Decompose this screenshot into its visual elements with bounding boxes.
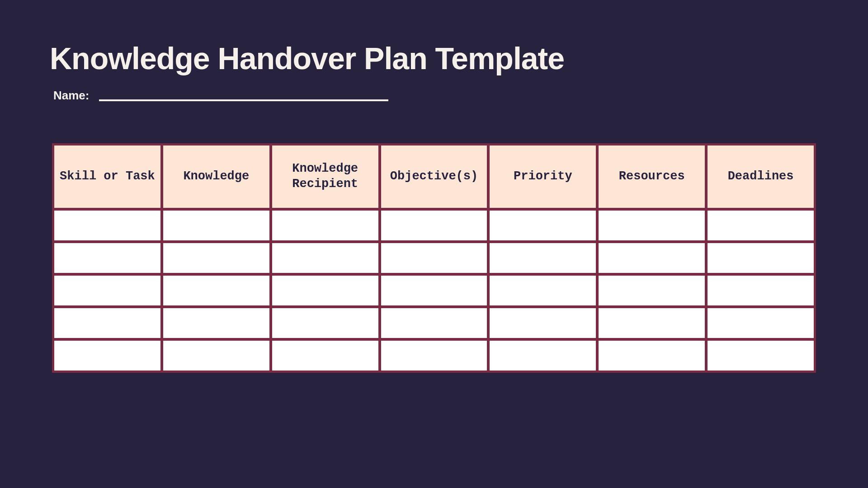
cell[interactable] [53,274,162,307]
cell[interactable] [271,209,380,242]
name-input-line[interactable] [99,99,388,101]
cell[interactable] [162,339,271,372]
cell[interactable] [271,242,380,274]
cell[interactable] [488,307,597,339]
cell[interactable] [271,274,380,307]
cell[interactable] [488,209,597,242]
cell[interactable] [488,274,597,307]
table-row [53,242,815,274]
cell[interactable] [271,339,380,372]
cell[interactable] [380,242,489,274]
cell[interactable] [706,307,815,339]
cell[interactable] [488,242,597,274]
header-row: Skill or Task Knowledge Knowledge Recipi… [53,144,815,209]
cell[interactable] [597,274,706,307]
table-row [53,307,815,339]
col-header-knowledge: Knowledge [162,144,271,209]
cell[interactable] [162,209,271,242]
cell[interactable] [488,339,597,372]
handover-table: Skill or Task Knowledge Knowledge Recipi… [52,143,816,373]
cell[interactable] [53,209,162,242]
cell[interactable] [380,339,489,372]
cell[interactable] [380,307,489,339]
table-row [53,274,815,307]
col-header-objectives: Objective(s) [380,144,489,209]
cell[interactable] [706,274,815,307]
page-title: Knowledge Handover Plan Template [50,41,818,76]
col-header-knowledge-recipient: Knowledge Recipient [271,144,380,209]
table-row [53,339,815,372]
cell[interactable] [162,307,271,339]
cell[interactable] [597,242,706,274]
cell[interactable] [706,209,815,242]
cell[interactable] [706,242,815,274]
table-row [53,209,815,242]
col-header-priority: Priority [488,144,597,209]
col-header-skill-or-task: Skill or Task [53,144,162,209]
cell[interactable] [380,209,489,242]
cell[interactable] [706,339,815,372]
name-row: Name: [53,89,818,103]
cell[interactable] [597,339,706,372]
col-header-deadlines: Deadlines [706,144,815,209]
cell[interactable] [162,242,271,274]
cell[interactable] [53,307,162,339]
name-label: Name: [53,89,89,103]
cell[interactable] [597,307,706,339]
cell[interactable] [53,242,162,274]
cell[interactable] [380,274,489,307]
cell[interactable] [162,274,271,307]
cell[interactable] [53,339,162,372]
cell[interactable] [597,209,706,242]
col-header-resources: Resources [597,144,706,209]
cell[interactable] [271,307,380,339]
